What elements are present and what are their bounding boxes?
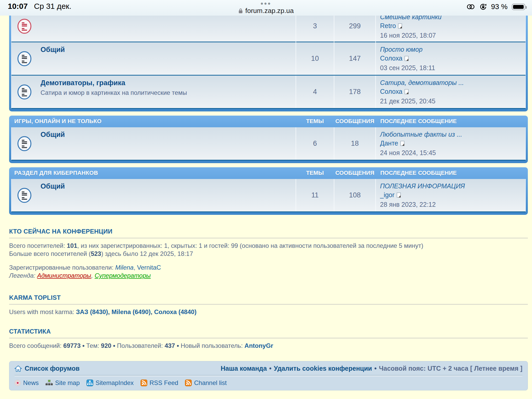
forum-read-icon: [17, 51, 32, 66]
column-header-lastpost: ПОСЛЕДНЕЕ СООБЩЕНИЕ: [376, 118, 526, 125]
legend-supermoderators-link[interactable]: Супермодераторы: [95, 272, 151, 279]
column-header-topics: ТЕМЫ: [306, 170, 324, 176]
online-user-link[interactable]: VernitaC: [137, 264, 161, 271]
statusbar-right: 93 %: [466, 3, 525, 11]
column-header-topics: ТЕМЫ: [306, 118, 324, 125]
sitemap-index-link[interactable]: SitemapIndex: [87, 379, 134, 387]
statusbar-left: 10:07 Ср 31 дек.: [8, 2, 71, 11]
url-lock-icon: [238, 8, 243, 14]
forum-row: Общий 10 147 Просто юмор Солоха 03 сен 2…: [11, 42, 526, 75]
who-is-online-section: КТО СЕЙЧАС НА КОНФЕРЕНЦИИ Всего посетите…: [9, 228, 528, 280]
divider: [9, 338, 528, 338]
posts-count: 299: [334, 16, 375, 42]
site-map-icon: [45, 380, 53, 386]
last-author-link[interactable]: Солоха: [380, 88, 402, 95]
goto-last-post-icon[interactable]: [398, 22, 402, 31]
goto-last-post-icon[interactable]: [397, 191, 401, 200]
posts-count: 18: [334, 127, 375, 160]
team-link[interactable]: Наша команда: [221, 365, 267, 372]
forum-row: Общий 6 18 Любопытные факты из ... Данте…: [11, 127, 526, 160]
karma-user-link[interactable]: Milena (6490): [111, 308, 151, 315]
online-record: 523: [91, 250, 101, 257]
forum-read-icon: [17, 188, 32, 203]
last-topic-link[interactable]: Любопытные факты из ...: [380, 131, 462, 138]
forum-read-icon: [17, 84, 32, 100]
karma-user-link[interactable]: Солоха (4840): [154, 308, 196, 315]
column-header-posts: СООБЩЕНИЯ: [335, 170, 374, 176]
rss-feed-link[interactable]: RSS Feed: [141, 379, 178, 387]
forum-table-cyberpunks: РАЗДЕЛ ДЛЯ КИБЕРПАНКОВ ТЕМЫ СООБЩЕНИЯ ПО…: [9, 167, 528, 215]
url-text: forum.zap.zp.ua: [245, 7, 294, 15]
last-post-cell: Просто юмор Солоха 03 сен 2025, 18:11: [375, 42, 526, 75]
column-header-lastpost: ПОСЛЕДНЕЕ СООБЩЕНИЕ: [376, 170, 526, 176]
goto-last-post-icon[interactable]: [404, 55, 409, 63]
registered-users-line: Зарегистрированные пользователи: Milena,…: [9, 263, 528, 280]
bottom-navbar: Список форумов Наша команда•Удалить cook…: [9, 361, 528, 390]
legend-administrators-link[interactable]: Администраторы: [37, 272, 91, 279]
forum-table-games: ИГРЫ, ОНЛАЙН И НЕ ТОЛЬКО ТЕМЫ СООБЩЕНИЯ …: [9, 116, 528, 163]
goto-last-post-icon[interactable]: [404, 88, 409, 97]
forum-link[interactable]: Общий: [41, 182, 65, 190]
last-post-date: 28 янв 2023, 22:12: [380, 201, 436, 208]
newest-user-link[interactable]: AntonyGr: [244, 342, 273, 349]
last-author-link[interactable]: Retro: [380, 22, 396, 29]
forum-page: 3 299 Смешные картинки Retro 16 ноя 2025…: [9, 16, 528, 399]
battery-icon: [512, 4, 525, 10]
total-topics: 920: [101, 342, 111, 349]
rss-icon: [141, 380, 147, 386]
footer-credit-line: Создано на основе phpBB® Forum Software …: [9, 398, 528, 399]
category-title-link[interactable]: РАЗДЕЛ ДЛЯ КИБЕРПАНКОВ: [11, 170, 296, 176]
delete-cookies-link[interactable]: Удалить cookies конференции: [274, 365, 372, 372]
statistics-line: Всего сообщений: 69773 • Тем: 920 • Поль…: [9, 342, 528, 350]
category-title-link[interactable]: ИГРЫ, ОНЛАЙН И НЕ ТОЛЬКО: [11, 118, 296, 125]
seo-links-row: News Site map SitemapIndex: [15, 376, 522, 390]
forum-row: Демотиваторы, графика Сатира и юмор в ка…: [11, 75, 526, 108]
rotation-lock-icon: [480, 3, 487, 10]
battery-percent: 93 %: [491, 3, 508, 11]
karma-toplist-section: KARMA TOPLIST Users with most karma: ЗАЗ…: [9, 294, 528, 316]
topics-count: 3: [296, 16, 334, 42]
category-header: ИГРЫ, ОНЛАЙН И НЕ ТОЛЬКО ТЕМЫ СООБЩЕНИЯ …: [11, 116, 526, 127]
address-bar[interactable]: forum.zap.zp.ua: [238, 7, 294, 15]
last-post-cell: Смешные картинки Retro 16 ноя 2025, 18:0…: [375, 16, 526, 42]
last-topic-link[interactable]: ПОЛЕЗНАЯ ИНФОРМАЦИЯ: [380, 182, 465, 190]
last-topic-link[interactable]: Просто юмор: [380, 46, 423, 53]
total-users: 437: [165, 342, 175, 349]
last-post-cell: Сатира, демотиваторы ... Солоха 21 дек 2…: [375, 76, 526, 108]
last-topic-link[interactable]: Сатира, демотиваторы ...: [380, 79, 464, 86]
forum-row: 3 299 Смешные картинки Retro 16 ноя 2025…: [11, 16, 526, 42]
safari-chrome: 10:07 Ср 31 дек. ••• forum.zap.zp.ua 93 …: [0, 0, 532, 16]
divider: [9, 238, 528, 238]
topics-count: 11: [296, 179, 334, 211]
last-author-link[interactable]: Данте: [380, 139, 398, 147]
online-user-link[interactable]: Milena: [115, 264, 134, 271]
forum-row: Общий 11 108 ПОЛЕЗНАЯ ИНФОРМАЦИЯ _igor 2…: [11, 179, 526, 211]
forum-link[interactable]: Демотиваторы, графика: [41, 79, 125, 87]
last-post-cell: ПОЛЕЗНАЯ ИНФОРМАЦИЯ _igor 28 янв 2023, 2…: [375, 179, 526, 211]
link-status-icon: [466, 3, 475, 10]
forum-link[interactable]: Общий: [41, 46, 65, 54]
last-post-date: 03 сен 2025, 18:11: [380, 64, 435, 71]
channel-list-link[interactable]: Channel list: [185, 379, 227, 387]
sitemap-index-icon: [87, 380, 93, 386]
posts-count: 108: [334, 179, 375, 211]
last-author-link[interactable]: Солоха: [380, 55, 402, 62]
last-author-link[interactable]: _igor: [380, 191, 395, 198]
forum-index-link[interactable]: Список форумов: [15, 365, 79, 372]
forum-link[interactable]: Общий: [41, 131, 65, 139]
timezone-text: Часовой пояс: UTC + 2 часа [ Летнее врем…: [379, 365, 522, 372]
news-icon: [15, 380, 21, 386]
column-header-posts: СООБЩЕНИЯ: [335, 118, 374, 125]
forum-description: Сатира и юмор в картинках на политически…: [41, 89, 293, 96]
total-messages: 69773: [63, 342, 81, 349]
page-footer: Создано на основе phpBB® Forum Software …: [9, 398, 528, 399]
karma-user-link[interactable]: ЗАЗ (8430): [76, 308, 108, 315]
goto-last-post-icon[interactable]: [400, 139, 405, 148]
topics-count: 6: [296, 127, 334, 160]
last-post-cell: Любопытные факты из ... Данте 24 ноя 202…: [375, 127, 526, 160]
news-link[interactable]: News: [15, 379, 39, 387]
site-map-link[interactable]: Site map: [45, 379, 80, 387]
forum-unread-icon: [17, 18, 32, 34]
last-topic-link[interactable]: Смешные картинки: [380, 16, 442, 21]
date: Ср 31 дек.: [34, 2, 71, 11]
